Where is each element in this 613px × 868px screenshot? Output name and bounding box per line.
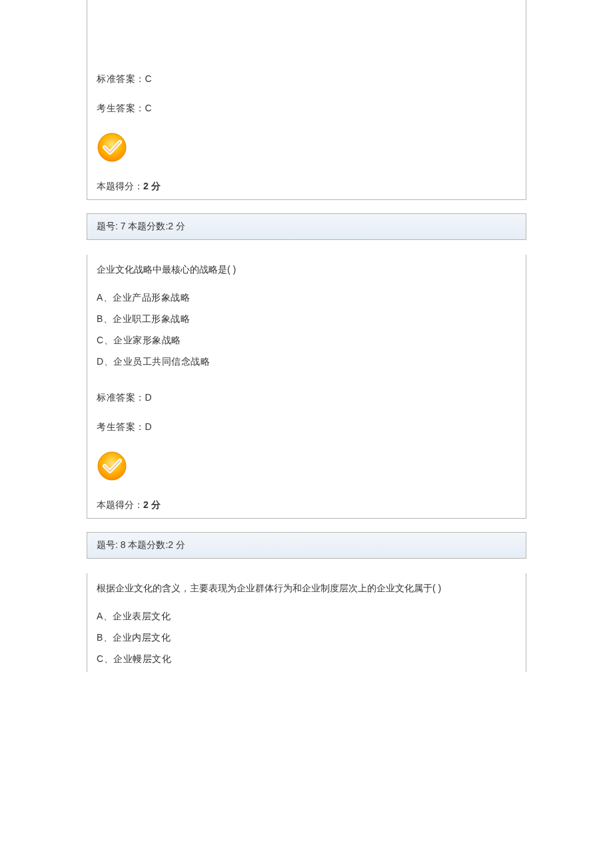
svg-point-0 (98, 133, 126, 161)
correct-check-icon (97, 451, 127, 483)
q8-option-a: A、企业表层文化 (97, 611, 516, 623)
standard-answer-value: C (145, 73, 153, 84)
user-answer-label: 考生答案： (97, 103, 145, 113)
earned-score-value: 2 分 (143, 499, 161, 510)
user-answer: 考生答案：C (97, 103, 516, 115)
earned-score-label: 本题得分： (97, 181, 143, 191)
q6-answer-block: 标准答案：C 考生答案：C (87, 0, 526, 200)
standard-answer-label: 标准答案： (97, 73, 145, 84)
correct-check-icon (97, 132, 127, 165)
standard-answer: 标准答案：D (97, 392, 516, 404)
q7-option-a: A、企业产品形象战略 (97, 292, 516, 304)
standard-answer-value: D (145, 392, 153, 403)
standard-answer-label: 标准答案： (97, 392, 145, 403)
earned-score: 本题得分：2 分 (97, 181, 516, 193)
page-container: 标准答案：C 考生答案：C (0, 0, 613, 699)
earned-score-value: 2 分 (143, 181, 161, 191)
q8-header-text: 题号: 8 本题分数:2 分 (97, 539, 185, 550)
q8-question-text: 根据企业文化的含义，主要表现为企业群体行为和企业制度层次上的企业文化属于( ) (97, 583, 516, 595)
q7-header: 题号: 7 本题分数:2 分 (87, 213, 526, 240)
earned-score-label: 本题得分： (97, 499, 143, 510)
user-answer-value: C (145, 103, 153, 113)
q7-body: 企业文化战略中最核心的战略是( ) A、企业产品形象战略 B、企业职工形象战略 … (87, 255, 526, 519)
q7-header-text: 题号: 7 本题分数:2 分 (97, 221, 185, 231)
q7-option-c: C、企业家形象战略 (97, 335, 516, 347)
earned-score: 本题得分：2 分 (97, 499, 516, 511)
svg-point-1 (98, 452, 126, 480)
user-answer-label: 考生答案： (97, 421, 145, 432)
correct-icon-row (97, 451, 516, 483)
q8-option-b: B、企业内层文化 (97, 632, 516, 644)
q7-option-d: D、企业员工共同信念战略 (97, 356, 516, 368)
q8-body: 根据企业文化的含义，主要表现为企业群体行为和企业制度层次上的企业文化属于( ) … (87, 573, 526, 672)
q8-header: 题号: 8 本题分数:2 分 (87, 532, 526, 559)
standard-answer: 标准答案：C (97, 73, 516, 85)
q7-option-b: B、企业职工形象战略 (97, 313, 516, 325)
q8-option-c: C、企业幔层文化 (97, 653, 516, 665)
user-answer: 考生答案：D (97, 421, 516, 433)
user-answer-value: D (145, 421, 153, 432)
q7-question-text: 企业文化战略中最核心的战略是( ) (97, 264, 516, 276)
correct-icon-row (97, 132, 516, 165)
